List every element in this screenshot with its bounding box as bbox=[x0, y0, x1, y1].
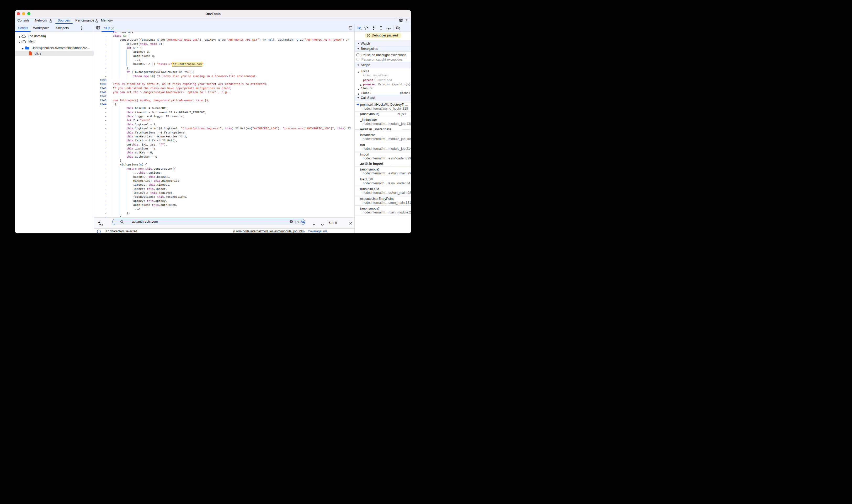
svg-text:B: B bbox=[102, 223, 103, 226]
svg-text:A: A bbox=[98, 220, 100, 224]
